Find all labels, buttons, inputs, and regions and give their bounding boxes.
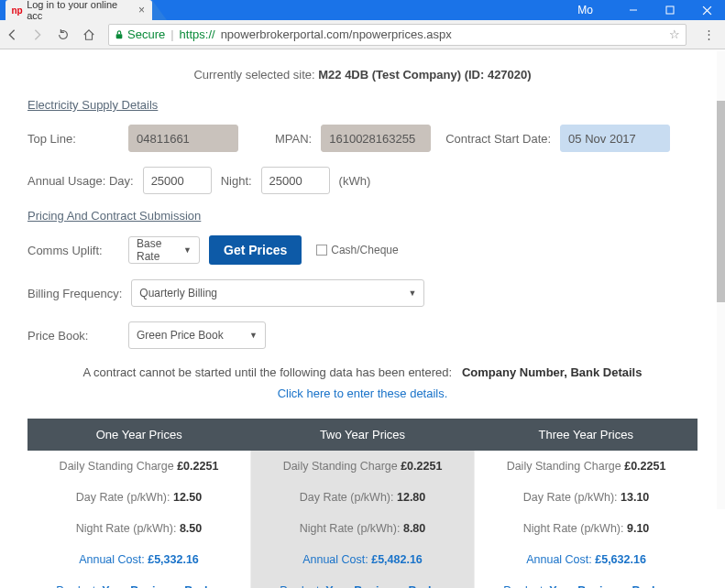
- price-table-cell: Day Rate (p/kWh): 12.80: [250, 482, 474, 513]
- annual-usage-label: Annual Usage: Day:: [27, 174, 134, 188]
- minimize-icon[interactable]: [615, 0, 652, 20]
- cash-cheque-label: Cash/Cheque: [331, 244, 398, 256]
- maximize-icon[interactable]: [652, 0, 688, 20]
- price-book-label: Price Book:: [27, 329, 119, 343]
- price-table-cell[interactable]: Product: Your Business Broker: [27, 575, 250, 588]
- chevron-down-icon: ▼: [183, 245, 192, 255]
- bookmark-star-icon[interactable]: ☆: [669, 27, 680, 41]
- row-comms-uplift: Comms Uplift: Base Rate ▼ Get Prices Cas…: [27, 235, 698, 265]
- section-heading-supply: Electricity Supply Details: [27, 98, 698, 112]
- tab-close-icon[interactable]: ×: [138, 4, 145, 16]
- price-table-cell: Night Rate (p/kWh): 8.80: [250, 513, 474, 544]
- home-icon[interactable]: [82, 28, 97, 41]
- price-book-value: Green Price Book: [137, 329, 224, 342]
- scrollbar-thumb[interactable]: [717, 101, 725, 302]
- get-prices-button[interactable]: Get Prices: [209, 235, 302, 265]
- billing-freq-select[interactable]: Quarterly Billing ▼: [131, 279, 424, 307]
- day-usage-input[interactable]: [143, 167, 212, 194]
- row-annual-usage: Annual Usage: Day: Night: (kWh): [27, 167, 698, 194]
- price-table-row: Day Rate (p/kWh): 12.50Day Rate (p/kWh):…: [27, 482, 698, 513]
- comms-uplift-value: Base Rate: [137, 237, 179, 263]
- price-table: One Year PricesTwo Year PricesThree Year…: [27, 419, 698, 588]
- warning-text: A contract cannot be started until the f…: [83, 365, 453, 379]
- price-table-cell[interactable]: Product: Your Business Broker: [475, 575, 698, 588]
- secure-indicator: Secure: [115, 27, 165, 41]
- price-table-cell: Day Rate (p/kWh): 13.10: [475, 482, 698, 513]
- row-billing-frequency: Billing Frequency: Quarterly Billing ▼: [27, 279, 698, 307]
- billing-freq-label: Billing Frequency:: [27, 287, 122, 300]
- night-label: Night:: [221, 174, 252, 188]
- warning-strong: Company Number, Bank Details: [462, 365, 643, 379]
- page-content: Currently selected site: M22 4DB (Test C…: [0, 49, 725, 588]
- price-table-cell[interactable]: Product: Your Business Broker: [250, 575, 474, 588]
- price-table-row: Night Rate (p/kWh): 8.50Night Rate (p/kW…: [27, 513, 698, 544]
- price-table-header: Three Year Prices: [475, 419, 698, 451]
- tab-title: Log in to your online acc: [27, 0, 129, 21]
- top-line-label: Top Line:: [27, 132, 119, 146]
- chevron-down-icon: ▼: [408, 289, 416, 298]
- selected-site-label: Currently selected site:: [193, 68, 314, 82]
- night-usage-input[interactable]: [261, 167, 330, 194]
- close-window-icon[interactable]: [688, 0, 725, 20]
- comms-uplift-label: Comms Uplift:: [27, 244, 119, 257]
- back-icon[interactable]: [5, 28, 20, 41]
- price-table-cell: Day Rate (p/kWh): 12.50: [27, 482, 250, 513]
- browser-title-bar: np Log in to your online acc × Mo: [0, 0, 725, 20]
- reload-icon[interactable]: [57, 28, 71, 41]
- price-table-cell: Night Rate (p/kWh): 8.50: [27, 513, 250, 544]
- price-table-cell[interactable]: Annual Cost: £5,482.16: [250, 544, 474, 575]
- row-price-book: Price Book: Green Price Book ▼: [27, 321, 698, 349]
- cash-cheque-checkbox[interactable]: [316, 245, 327, 256]
- contract-start-input[interactable]: [560, 125, 670, 152]
- selected-site-banner: Currently selected site: M22 4DB (Test C…: [27, 68, 698, 82]
- lock-icon: [115, 30, 124, 39]
- price-book-select[interactable]: Green Price Book ▼: [128, 321, 266, 349]
- billing-freq-value: Quarterly Billing: [139, 287, 217, 299]
- price-table-cell[interactable]: Annual Cost: £5,332.16: [27, 544, 250, 575]
- forward-icon[interactable]: [31, 28, 46, 41]
- kwh-unit: (kWh): [339, 174, 371, 188]
- contract-start-label: Contract Start Date:: [445, 132, 551, 146]
- favicon-icon: np: [11, 4, 23, 16]
- mpan-input[interactable]: [321, 125, 431, 152]
- price-table-row: Product: Your Business BrokerProduct: Yo…: [27, 575, 698, 588]
- section-heading-pricing: Pricing And Contract Submission: [27, 209, 698, 223]
- address-bar[interactable]: Secure | https://npowerbrokerportal.com/…: [108, 24, 687, 46]
- price-table-row: Daily Standing Charge £0.2251Daily Stand…: [27, 451, 698, 482]
- top-line-input[interactable]: [128, 125, 238, 152]
- svg-rect-4: [116, 34, 123, 38]
- price-table-header: One Year Prices: [27, 419, 250, 451]
- svg-rect-1: [666, 6, 674, 14]
- window-user[interactable]: Mo: [577, 4, 593, 16]
- mpan-label: MPAN:: [275, 132, 312, 146]
- selected-site-value: M22 4DB (Test Company) (ID: 427020): [318, 68, 531, 82]
- tab-shape: [152, 0, 167, 20]
- url-path: npowerbrokerportal.com/npowerprices.aspx: [221, 27, 452, 41]
- price-table-cell: Daily Standing Charge £0.2251: [250, 451, 474, 482]
- menu-dots-icon[interactable]: ⋮: [703, 27, 714, 41]
- contract-warning: A contract cannot be started until the f…: [27, 365, 698, 379]
- url-protocol: https://: [180, 27, 215, 41]
- enter-details-link[interactable]: Click here to enter these details.: [278, 387, 448, 400]
- price-table-row: Annual Cost: £5,332.16Annual Cost: £5,48…: [27, 544, 698, 575]
- price-table-header: Two Year Prices: [250, 419, 474, 451]
- chevron-down-icon: ▼: [249, 331, 258, 340]
- row-top-line: Top Line: MPAN: Contract Start Date:: [27, 125, 698, 152]
- price-table-cell[interactable]: Annual Cost: £5,632.16: [475, 544, 698, 575]
- price-table-cell: Daily Standing Charge £0.2251: [475, 451, 698, 482]
- browser-tab[interactable]: np Log in to your online acc ×: [5, 0, 152, 20]
- scrollbar-track[interactable]: [717, 51, 725, 509]
- secure-label: Secure: [127, 27, 165, 41]
- price-table-cell: Daily Standing Charge £0.2251: [27, 451, 250, 482]
- browser-toolbar: Secure | https://npowerbrokerportal.com/…: [0, 20, 725, 49]
- price-table-cell: Night Rate (p/kWh): 9.10: [475, 513, 698, 544]
- comms-uplift-select[interactable]: Base Rate ▼: [128, 236, 200, 264]
